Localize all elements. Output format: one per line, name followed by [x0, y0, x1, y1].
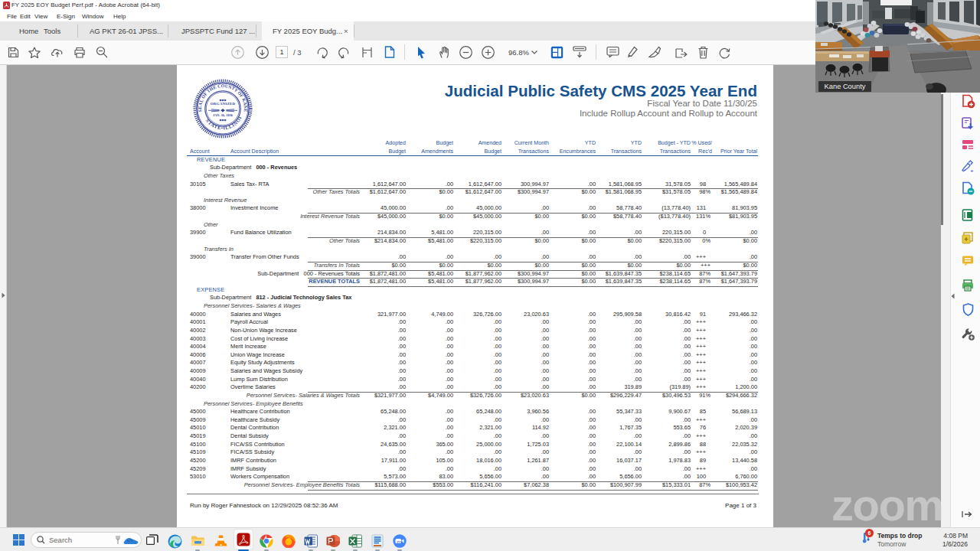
svg-text:zm: zm [397, 540, 403, 544]
svg-text:JAN. 16, 1836: JAN. 16, 1836 [213, 113, 234, 117]
svg-text:ORGANIZED: ORGANIZED [211, 102, 236, 106]
svg-text:◆◆◆: ◆◆◆ [219, 99, 227, 102]
svg-text:◆◆◆: ◆◆◆ [219, 119, 227, 122]
